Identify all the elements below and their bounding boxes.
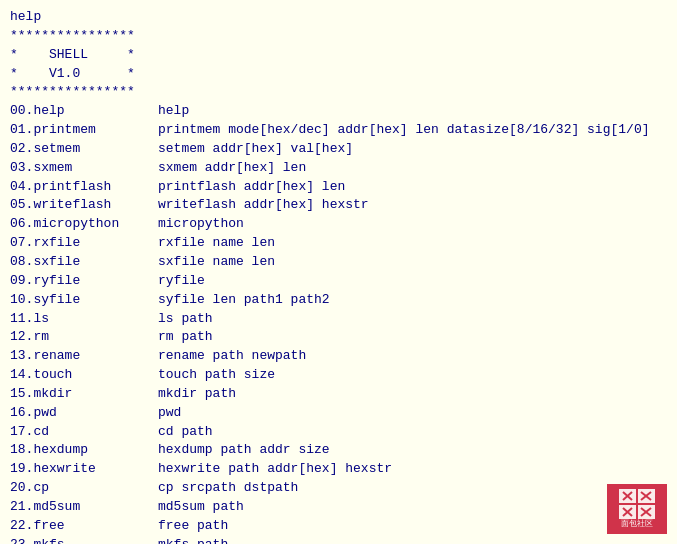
command-name: 13.rename <box>10 347 158 366</box>
command-row: 21.md5summd5sum path <box>10 498 667 517</box>
command-desc: rename path newpath <box>158 347 306 366</box>
command-name: 05.writeflash <box>10 196 158 215</box>
command-desc: syfile len path1 path2 <box>158 291 330 310</box>
command-desc: touch path size <box>158 366 275 385</box>
command-row: 03.sxmemsxmem addr[hex] len <box>10 159 667 178</box>
command-row: 14.touchtouch path size <box>10 366 667 385</box>
command-desc: mkdir path <box>158 385 236 404</box>
command-row: 09.ryfileryfile <box>10 272 667 291</box>
command-desc: sxmem addr[hex] len <box>158 159 306 178</box>
command-name: 15.mkdir <box>10 385 158 404</box>
command-row: 23.mkfsmkfs path <box>10 536 667 544</box>
command-row: 01.printmemprintmem mode[hex/dec] addr[h… <box>10 121 667 140</box>
command-desc: sxfile name len <box>158 253 275 272</box>
command-name: 02.setmem <box>10 140 158 159</box>
commands-list: 00.helphelp01.printmemprintmem mode[hex/… <box>10 102 667 544</box>
command-name: 04.printflash <box>10 178 158 197</box>
command-row: 05.writeflashwriteflash addr[hex] hexstr <box>10 196 667 215</box>
command-name: 20.cp <box>10 479 158 498</box>
command-row: 22.freefree path <box>10 517 667 536</box>
header-shell: * SHELL * <box>10 46 667 65</box>
command-desc: ls path <box>158 310 213 329</box>
command-row: 06.micropythonmicropython <box>10 215 667 234</box>
command-row: 07.rxfilerxfile name len <box>10 234 667 253</box>
command-name: 12.rm <box>10 328 158 347</box>
command-row: 13.renamerename path newpath <box>10 347 667 366</box>
command-name: 18.hexdump <box>10 441 158 460</box>
command-row: 12.rmrm path <box>10 328 667 347</box>
command-name: 16.pwd <box>10 404 158 423</box>
command-row: 19.hexwritehexwrite path addr[hex] hexst… <box>10 460 667 479</box>
command-desc: printmem mode[hex/dec] addr[hex] len dat… <box>158 121 649 140</box>
command-name: 21.md5sum <box>10 498 158 517</box>
command-desc: ryfile <box>158 272 205 291</box>
help-title: help <box>10 8 667 27</box>
command-name: 10.syfile <box>10 291 158 310</box>
command-row: 17.cdcd path <box>10 423 667 442</box>
command-row: 08.sxfilesxfile name len <box>10 253 667 272</box>
command-row: 10.syfilesyfile len path1 path2 <box>10 291 667 310</box>
command-desc: help <box>158 102 189 121</box>
command-name: 22.free <box>10 517 158 536</box>
command-name: 19.hexwrite <box>10 460 158 479</box>
command-desc: setmem addr[hex] val[hex] <box>158 140 353 159</box>
command-row: 00.helphelp <box>10 102 667 121</box>
command-row: 20.cpcp srcpath dstpath <box>10 479 667 498</box>
command-desc: cp srcpath dstpath <box>158 479 298 498</box>
command-name: 06.micropython <box>10 215 158 234</box>
command-desc: writeflash addr[hex] hexstr <box>158 196 369 215</box>
command-row: 15.mkdirmkdir path <box>10 385 667 404</box>
command-name: 00.help <box>10 102 158 121</box>
command-name: 11.ls <box>10 310 158 329</box>
command-desc: free path <box>158 517 228 536</box>
watermark-text: 面包社区 <box>621 519 653 529</box>
command-desc: hexdump path addr size <box>158 441 330 460</box>
command-desc: mkfs path <box>158 536 228 544</box>
command-name: 08.sxfile <box>10 253 158 272</box>
command-name: 17.cd <box>10 423 158 442</box>
command-desc: cd path <box>158 423 213 442</box>
header-stars-2: **************** <box>10 83 667 102</box>
header-version: * V1.0 * <box>10 65 667 84</box>
command-desc: rm path <box>158 328 213 347</box>
header-stars-1: **************** <box>10 27 667 46</box>
command-name: 09.ryfile <box>10 272 158 291</box>
terminal-window: help **************** * SHELL * * V1.0 *… <box>0 0 677 544</box>
command-name: 01.printmem <box>10 121 158 140</box>
command-row: 02.setmemsetmem addr[hex] val[hex] <box>10 140 667 159</box>
command-row: 11.lsls path <box>10 310 667 329</box>
command-desc: hexwrite path addr[hex] hexstr <box>158 460 392 479</box>
command-row: 04.printflashprintflash addr[hex] len <box>10 178 667 197</box>
command-desc: micropython <box>158 215 244 234</box>
command-row: 18.hexdumphexdump path addr size <box>10 441 667 460</box>
command-name: 07.rxfile <box>10 234 158 253</box>
command-desc: pwd <box>158 404 181 423</box>
command-name: 03.sxmem <box>10 159 158 178</box>
command-name: 14.touch <box>10 366 158 385</box>
command-desc: md5sum path <box>158 498 244 517</box>
command-row: 16.pwdpwd <box>10 404 667 423</box>
command-desc: printflash addr[hex] len <box>158 178 345 197</box>
command-name: 23.mkfs <box>10 536 158 544</box>
command-desc: rxfile name len <box>158 234 275 253</box>
watermark: 面包社区 <box>607 484 667 534</box>
